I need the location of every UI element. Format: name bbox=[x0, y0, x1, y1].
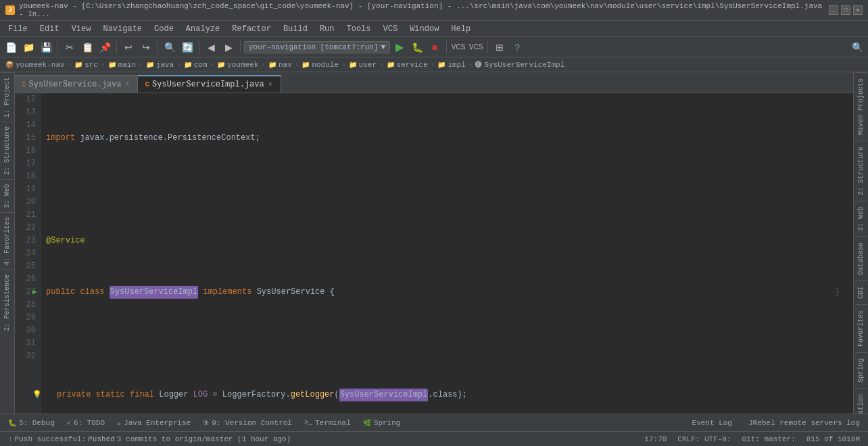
memory-indicator[interactable]: 815 of 1016M bbox=[804, 435, 863, 443]
bc-java[interactable]: 📁 java bbox=[146, 61, 174, 69]
bc-sep-11: › bbox=[467, 61, 475, 69]
status-bar: ↑ Push successful: Pushed 3 commits to o… bbox=[0, 431, 868, 446]
bc-nav[interactable]: 📁 nav bbox=[268, 61, 292, 69]
java-enterprise-icon: ☕ bbox=[117, 419, 121, 427]
back-button[interactable]: ◀ bbox=[203, 39, 219, 55]
bc-youmeek[interactable]: 📁 youmeek bbox=[217, 61, 258, 69]
status-right: 17:70 CRLF: UTF-8: Git: master: 815 of 1… bbox=[642, 435, 863, 443]
fold-end-marker: } bbox=[835, 286, 840, 299]
bc-com[interactable]: 📁 com bbox=[184, 61, 208, 69]
menu-run[interactable]: Run bbox=[314, 23, 340, 35]
search-everywhere-button[interactable]: 🔍 bbox=[849, 39, 865, 55]
code-editor[interactable]: 12 13 14 15 16 17 18 19 20 21 22 23 24 2… bbox=[15, 93, 853, 414]
menu-window[interactable]: Window bbox=[404, 23, 444, 35]
forward-button[interactable]: ▶ bbox=[220, 39, 237, 55]
undo-button[interactable]: ↩ bbox=[120, 39, 137, 55]
maximize-button[interactable]: □ bbox=[841, 5, 850, 15]
bc-main[interactable]: 📁 main bbox=[108, 61, 136, 69]
bc-sep-9: › bbox=[378, 61, 385, 69]
bc-user[interactable]: 📁 user bbox=[349, 61, 377, 69]
structure-button[interactable]: ⊞ bbox=[491, 39, 508, 55]
minimize-button[interactable]: _ bbox=[829, 5, 838, 15]
menu-refactor[interactable]: Refactor bbox=[226, 23, 276, 35]
spring-tab[interactable]: 🌿 Spring bbox=[358, 418, 406, 428]
menu-view[interactable]: View bbox=[66, 23, 97, 35]
menu-vcs[interactable]: VCS bbox=[378, 23, 404, 35]
gutter-run-icon: ▶ bbox=[32, 286, 37, 299]
toolbar-separator-7 bbox=[487, 41, 488, 54]
database-panel[interactable]: Database bbox=[855, 237, 867, 280]
web-panel-right[interactable]: 3: Web bbox=[855, 201, 867, 237]
line-ending[interactable]: CRLF: UTF-8: bbox=[675, 435, 733, 443]
find-button[interactable]: 🔍 bbox=[162, 39, 178, 55]
line-num-29: 29 bbox=[19, 312, 36, 324]
terminal-icon: >_ bbox=[304, 419, 312, 426]
java-enterprise-tab[interactable]: ☕ Java Enterprise bbox=[112, 418, 196, 428]
menu-code[interactable]: Code bbox=[149, 23, 179, 35]
window-controls[interactable]: _ □ ✕ bbox=[829, 5, 863, 15]
jrebel-button[interactable]: JRebel remote servers log bbox=[743, 418, 865, 428]
run-button[interactable]: ▶ bbox=[391, 39, 408, 55]
structure-panel-label[interactable]: 2: Structure bbox=[1, 122, 13, 179]
structure-panel-right[interactable]: 2: Structure bbox=[855, 141, 867, 201]
close-button[interactable]: ✕ bbox=[853, 5, 863, 15]
save-button[interactable]: 💾 bbox=[38, 39, 54, 55]
event-log-button[interactable]: Event Log bbox=[687, 418, 738, 428]
bc-sep-2: › bbox=[99, 61, 107, 69]
tab-sysuser-service-impl[interactable]: C SysUserServiceImpl.java × bbox=[138, 75, 281, 93]
folder-icon-youmeek: 📁 bbox=[217, 61, 225, 69]
code-line-14: @Service bbox=[46, 234, 848, 247]
copy-button[interactable]: 📋 bbox=[79, 39, 95, 55]
bean-validation-panel[interactable]: Bean Validation bbox=[855, 388, 867, 414]
line-num-31: 31 bbox=[19, 337, 36, 350]
run-config-dropdown[interactable]: your-navigation [tomcat7:run] ▼ bbox=[244, 41, 390, 53]
paste-button[interactable]: 📌 bbox=[97, 39, 113, 55]
code-content[interactable]: import javax.persistence.PersistenceCont… bbox=[41, 93, 853, 414]
project-panel-label[interactable]: 1: Project bbox=[1, 72, 13, 122]
class-tab-icon: C bbox=[145, 80, 149, 89]
persistence-panel-label[interactable]: 2: Persistence bbox=[1, 270, 13, 335]
help-button[interactable]: ? bbox=[509, 39, 525, 55]
spring-panel[interactable]: Spring bbox=[855, 352, 867, 388]
menu-file[interactable]: File bbox=[3, 23, 33, 35]
open-button[interactable]: 📁 bbox=[20, 39, 37, 55]
replace-button[interactable]: 🔄 bbox=[179, 39, 195, 55]
menu-navigate[interactable]: Navigate bbox=[97, 23, 147, 35]
cut-button[interactable]: ✂ bbox=[62, 39, 78, 55]
tab-close-service[interactable]: × bbox=[124, 80, 130, 88]
vcs-update-button[interactable]: VCS bbox=[450, 39, 466, 55]
menu-build[interactable]: Build bbox=[278, 23, 313, 35]
cdi-panel[interactable]: CDI bbox=[855, 280, 867, 304]
favorites-panel-right[interactable]: Favorites bbox=[855, 304, 867, 352]
debug-button[interactable]: 🐛 bbox=[409, 39, 425, 55]
tab-close-impl[interactable]: × bbox=[267, 81, 274, 89]
bc-service[interactable]: 📁 service bbox=[387, 61, 428, 69]
menu-edit[interactable]: Edit bbox=[34, 23, 65, 35]
bc-sep-5: › bbox=[209, 61, 216, 69]
favorites-panel-label[interactable]: 4: Favorites bbox=[1, 212, 13, 270]
menu-tools[interactable]: Tools bbox=[341, 23, 377, 35]
new-button[interactable]: 📄 bbox=[3, 39, 19, 55]
terminal-tab[interactable]: >_ Terminal bbox=[299, 418, 356, 428]
project-icon: 📦 bbox=[5, 61, 14, 69]
git-branch[interactable]: Git: master: bbox=[740, 435, 798, 443]
debug-tab[interactable]: 🐛 5: Debug bbox=[3, 418, 60, 428]
version-control-tab[interactable]: ⑨ 9: Version Control bbox=[197, 418, 297, 428]
bc-module[interactable]: 📁 module bbox=[302, 61, 339, 69]
vcs-commit-button[interactable]: VCS bbox=[468, 39, 484, 55]
stop-button[interactable]: ■ bbox=[427, 39, 443, 55]
bc-src[interactable]: 📁 src bbox=[74, 61, 98, 69]
maven-projects-panel[interactable]: Maven Projects bbox=[855, 72, 867, 141]
redo-button[interactable]: ↪ bbox=[138, 39, 154, 55]
menu-help[interactable]: Help bbox=[445, 23, 476, 35]
cursor-position[interactable]: 17:70 bbox=[642, 435, 669, 443]
menu-analyze[interactable]: Analyze bbox=[180, 23, 225, 35]
todo-tab[interactable]: ✓ 6: TODO bbox=[62, 418, 110, 428]
classname-in-call: SysUserServiceImpl bbox=[339, 389, 429, 401]
bc-impl[interactable]: 📁 impl bbox=[437, 61, 465, 69]
bc-youmeek-nav[interactable]: 📦 youmeek-nav bbox=[5, 61, 65, 69]
web-panel-label[interactable]: 3: Web bbox=[1, 179, 13, 212]
tab-sysuser-service[interactable]: I SysUserService.java × bbox=[15, 75, 138, 93]
toolbar-separator-4 bbox=[199, 41, 199, 54]
bc-class[interactable]: 🅒 SysUserServiceImpl bbox=[475, 61, 564, 69]
